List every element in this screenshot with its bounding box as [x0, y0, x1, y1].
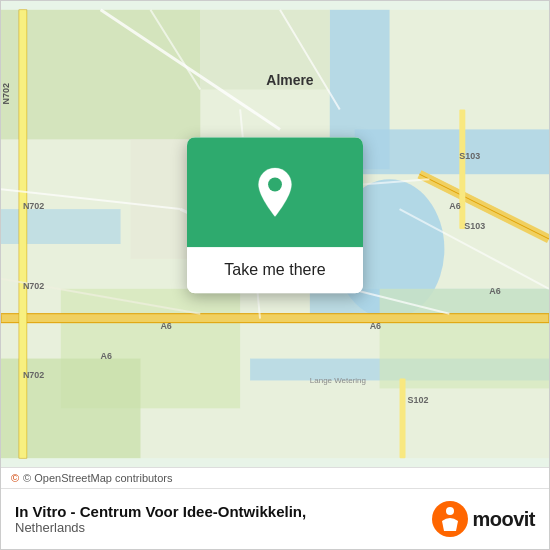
attribution-text: © OpenStreetMap contributors [23, 472, 172, 484]
svg-text:A6: A6 [101, 351, 112, 361]
svg-text:N702: N702 [23, 370, 44, 380]
svg-text:S102: S102 [408, 395, 429, 405]
svg-rect-20 [400, 378, 406, 458]
moovit-logo: moovit [432, 501, 535, 537]
location-country: Netherlands [15, 520, 306, 535]
info-bar: In Vitro - Centrum Voor Idee-Ontwikkelin… [1, 488, 549, 549]
svg-rect-13 [1, 314, 549, 323]
map-area[interactable]: N702 N702 N702 N702 S103 S103 S102 A6 A6… [1, 1, 549, 467]
svg-point-49 [446, 507, 454, 515]
attribution-bar: © © OpenStreetMap contributors [1, 467, 549, 488]
svg-text:S103: S103 [464, 221, 485, 231]
moovit-logo-icon [432, 501, 468, 537]
svg-text:A6: A6 [489, 286, 500, 296]
svg-text:Lange Wetering: Lange Wetering [310, 376, 366, 385]
svg-text:A6: A6 [370, 321, 381, 331]
moovit-text: moovit [472, 508, 535, 531]
location-pin-icon [249, 166, 301, 218]
take-me-there-button[interactable]: Take me there [187, 247, 363, 293]
popup-card: Take me there [187, 137, 363, 293]
osm-logo: © [11, 472, 19, 484]
svg-text:A6: A6 [449, 201, 460, 211]
app: N702 N702 N702 N702 S103 S103 S102 A6 A6… [0, 0, 550, 550]
location-name: In Vitro - Centrum Voor Idee-Ontwikkelin… [15, 503, 306, 520]
svg-text:N702: N702 [1, 83, 11, 104]
svg-rect-17 [19, 10, 27, 458]
svg-rect-9 [380, 289, 549, 389]
svg-text:N702: N702 [23, 201, 44, 211]
location-text-block: In Vitro - Centrum Voor Idee-Ontwikkelin… [15, 503, 306, 535]
svg-rect-7 [1, 10, 200, 140]
svg-text:S103: S103 [459, 151, 480, 161]
svg-text:N702: N702 [23, 281, 44, 291]
svg-rect-2 [355, 129, 549, 174]
popup-green-area [187, 137, 363, 247]
svg-text:Almere: Almere [266, 72, 314, 88]
svg-point-47 [268, 178, 282, 192]
svg-text:A6: A6 [160, 321, 171, 331]
